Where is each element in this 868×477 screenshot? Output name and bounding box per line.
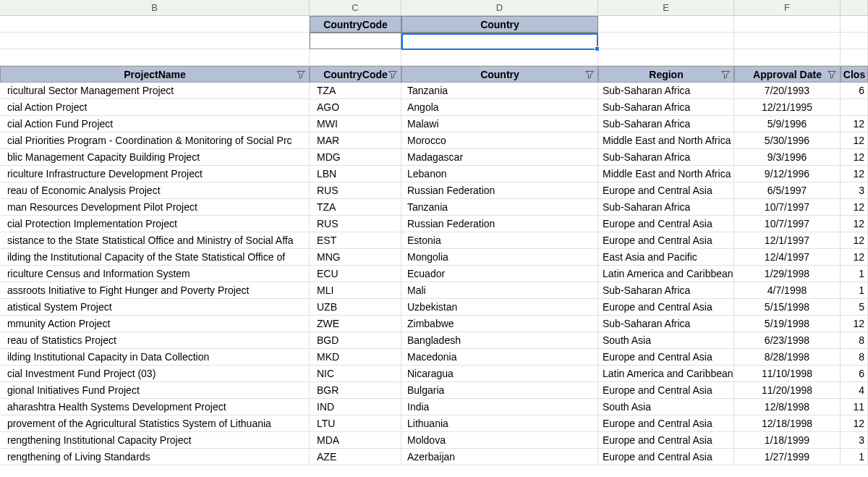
cell-project[interactable]: cial Action Fund Project — [0, 116, 310, 132]
cell-region[interactable]: Sub-Saharan Africa — [598, 83, 734, 99]
cell-country-code[interactable]: MDG — [310, 149, 401, 166]
cell-country[interactable]: Macedonia — [401, 349, 598, 366]
cell-country[interactable]: Bangladesh — [401, 332, 598, 349]
filter-icon[interactable] — [388, 69, 398, 80]
cell-project[interactable]: blic Management Capacity Building Projec… — [0, 149, 310, 166]
cell-project[interactable]: gional Initiatives Fund Project — [0, 382, 310, 399]
cell-closing-tail[interactable]: 12 — [841, 316, 868, 332]
col-header-E[interactable]: E — [598, 0, 734, 15]
cell-closing-tail[interactable]: 12 — [841, 415, 868, 432]
cell-approval-date[interactable]: 1/18/1999 — [734, 432, 841, 449]
spreadsheet-grid[interactable]: B C D E F CountryCode Country ProjectNam — [0, 0, 868, 477]
cell-region[interactable]: Europe and Central Asia — [598, 432, 734, 449]
cell-closing-tail[interactable]: 8 — [841, 332, 868, 349]
cell-region[interactable]: Sub-Saharan Africa — [598, 282, 734, 299]
cell-approval-date[interactable]: 12/18/1998 — [734, 415, 841, 432]
col-header-C[interactable]: C — [310, 0, 401, 15]
cell-approval-date[interactable]: 12/1/1997 — [734, 232, 841, 249]
cell-country-code[interactable]: LTU — [310, 415, 401, 432]
header-closing[interactable]: Clos — [841, 66, 868, 83]
cell-country[interactable]: Tanzania — [401, 199, 598, 216]
cell-country[interactable]: India — [401, 399, 598, 415]
cell-approval-date[interactable]: 5/30/1996 — [734, 132, 841, 149]
cell-country-code[interactable]: RUS — [310, 182, 401, 199]
cell-B1[interactable] — [0, 16, 310, 33]
cell-region[interactable]: Sub-Saharan Africa — [598, 99, 734, 116]
cell-region[interactable]: Sub-Saharan Africa — [598, 116, 734, 132]
cell-approval-date[interactable]: 7/20/1993 — [734, 83, 841, 99]
cell-country[interactable]: Russian Federation — [401, 182, 598, 199]
cell-approval-date[interactable]: 1/29/1998 — [734, 266, 841, 282]
cell-closing-tail[interactable]: 12 — [841, 249, 868, 266]
cell-closing-tail[interactable]: 5 — [841, 299, 868, 316]
cell-approval-date[interactable]: 5/19/1998 — [734, 316, 841, 332]
cell-country-code[interactable]: AGO — [310, 99, 401, 116]
cell-country[interactable]: Madagascar — [401, 149, 598, 166]
cell-project[interactable]: ilding Institutional Capacity in Data Co… — [0, 349, 310, 366]
cell-closing-tail[interactable]: 6 — [841, 366, 868, 382]
cell-F1[interactable] — [734, 16, 841, 33]
cell-country-code[interactable]: LBN — [310, 166, 401, 182]
cell-project[interactable]: reau of Economic Analysis Project — [0, 182, 310, 199]
cell-project[interactable]: aharashtra Health Systems Development Pr… — [0, 399, 310, 415]
cell-region[interactable]: Europe and Central Asia — [598, 216, 734, 232]
cell-country[interactable]: Morocco — [401, 132, 598, 149]
cell-closing-tail[interactable]: 12 — [841, 199, 868, 216]
cell-C1-countrycode-header[interactable]: CountryCode — [310, 16, 401, 33]
cell-country-code[interactable]: ZWE — [310, 316, 401, 332]
cell-project[interactable]: riculture Infrastructure Development Pro… — [0, 166, 310, 182]
cell-project[interactable]: rengthening Institutional Capacity Proje… — [0, 432, 310, 449]
cell-closing-tail[interactable]: 12 — [841, 132, 868, 149]
header-approval-date[interactable]: Approval Date — [734, 66, 841, 83]
cell-country-code[interactable]: RUS — [310, 216, 401, 232]
cell-region[interactable]: East Asia and Pacific — [598, 249, 734, 266]
cell-closing-tail[interactable]: 12 — [841, 149, 868, 166]
cell-country[interactable]: Angola — [401, 99, 598, 116]
cell-country-code[interactable]: IND — [310, 399, 401, 415]
cell-country-code[interactable]: NIC — [310, 366, 401, 382]
cell-closing-tail[interactable]: 6 — [841, 83, 868, 99]
cell-country[interactable]: Tanzania — [401, 83, 598, 99]
col-header-D[interactable]: D — [401, 0, 598, 15]
cell-region[interactable]: Latin America and Caribbean — [598, 266, 734, 282]
cell-country-code[interactable]: BGR — [310, 382, 401, 399]
cell-approval-date[interactable]: 10/7/1997 — [734, 216, 841, 232]
col-header-B[interactable]: B — [0, 0, 310, 15]
cell-country-code[interactable]: BGD — [310, 332, 401, 349]
cell-country-code[interactable]: EST — [310, 232, 401, 249]
cell-C2-input[interactable] — [310, 33, 401, 49]
cell-country-code[interactable]: TZA — [310, 83, 401, 99]
cell-country[interactable]: Mongolia — [401, 249, 598, 266]
cell-E3[interactable] — [598, 49, 734, 66]
cell-region[interactable]: Europe and Central Asia — [598, 449, 734, 465]
cell-G3[interactable] — [841, 49, 868, 66]
cell-region[interactable]: South Asia — [598, 399, 734, 415]
cell-country[interactable]: Malawi — [401, 116, 598, 132]
cell-closing-tail[interactable]: 12 — [841, 116, 868, 132]
cell-approval-date[interactable]: 8/28/1998 — [734, 349, 841, 366]
cell-approval-date[interactable]: 4/7/1998 — [734, 282, 841, 299]
filter-icon[interactable] — [827, 69, 837, 80]
cell-approval-date[interactable]: 12/4/1997 — [734, 249, 841, 266]
cell-closing-tail[interactable]: 8 — [841, 349, 868, 366]
cell-project[interactable]: ricultural Sector Management Project — [0, 83, 310, 99]
cell-F3[interactable] — [734, 49, 841, 66]
cell-project[interactable]: riculture Census and Information System — [0, 266, 310, 282]
header-country-code[interactable]: CountryCode — [310, 66, 401, 83]
cell-project[interactable]: cial Action Project — [0, 99, 310, 116]
header-country[interactable]: Country — [401, 66, 598, 83]
cell-approval-date[interactable]: 12/8/1998 — [734, 399, 841, 415]
cell-country[interactable]: Nicaragua — [401, 366, 598, 382]
cell-C3[interactable] — [310, 49, 401, 66]
cell-region[interactable]: Sub-Saharan Africa — [598, 316, 734, 332]
cell-region[interactable]: Europe and Central Asia — [598, 349, 734, 366]
cell-closing-tail[interactable]: 12 — [841, 232, 868, 249]
cell-closing-tail[interactable]: 1 — [841, 266, 868, 282]
cell-region[interactable]: South Asia — [598, 332, 734, 349]
cell-country-code[interactable]: MKD — [310, 349, 401, 366]
cell-approval-date[interactable]: 5/15/1998 — [734, 299, 841, 316]
cell-closing-tail[interactable]: 1 — [841, 449, 868, 465]
cell-project[interactable]: mmunity Action Project — [0, 316, 310, 332]
filter-icon[interactable] — [720, 69, 731, 80]
cell-country[interactable]: Lebanon — [401, 166, 598, 182]
